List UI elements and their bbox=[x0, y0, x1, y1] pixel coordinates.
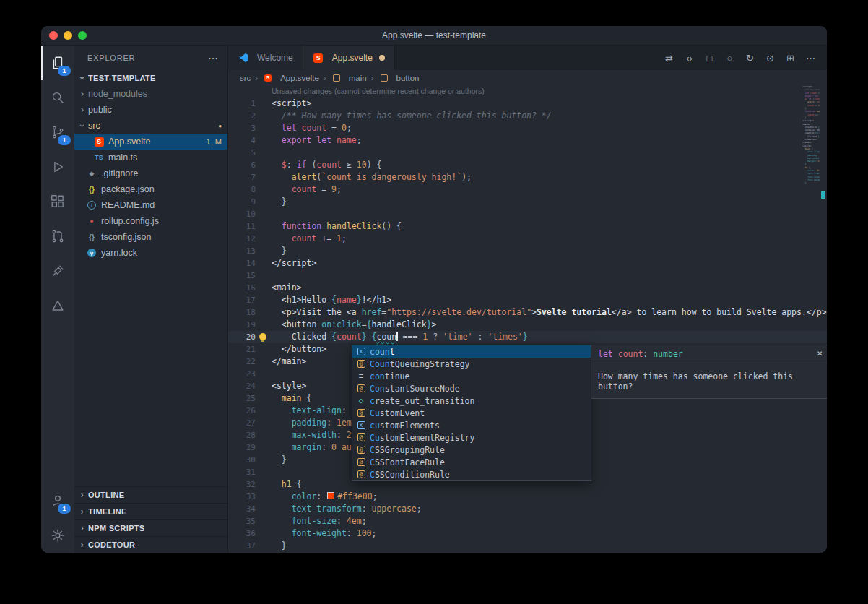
tree-item-main-ts[interactable]: TSmain.ts bbox=[74, 150, 227, 165]
line-number[interactable]: 30 bbox=[228, 454, 256, 466]
code-editor[interactable]: Unsaved changes (cannot determine recent… bbox=[228, 85, 827, 553]
tree-item-yarn-lock[interactable]: yyarn.lock bbox=[74, 245, 227, 261]
split-editor-icon[interactable]: ⊞ bbox=[781, 49, 799, 67]
tree-item-node-modules[interactable]: node_modules bbox=[74, 86, 227, 102]
suggestion-countqueuingstrategy[interactable]: CountQueuingStrategy bbox=[352, 358, 591, 370]
line-number[interactable]: 7 bbox=[228, 171, 256, 184]
line-number[interactable]: 17 bbox=[228, 294, 256, 306]
line-number[interactable]: 18 bbox=[228, 306, 256, 319]
tree-item-readme-md[interactable]: iREADME.md bbox=[74, 197, 227, 213]
open-changes-icon[interactable]: ‹› bbox=[680, 49, 698, 67]
file-history-icon[interactable]: ⊙ bbox=[761, 49, 779, 67]
tree-item--gitignore[interactable]: ◆.gitignore bbox=[74, 165, 227, 181]
activity-settings[interactable] bbox=[41, 518, 74, 553]
line-number[interactable]: 5 bbox=[228, 147, 256, 159]
zoom-button[interactable] bbox=[78, 31, 87, 40]
breadcrumb-item-main[interactable]: main bbox=[331, 74, 367, 82]
line-number[interactable]: 23 bbox=[228, 368, 256, 380]
line-number[interactable]: 24 bbox=[228, 380, 256, 392]
breadcrumb-item-src[interactable]: src bbox=[240, 74, 251, 82]
activity-extensions[interactable] bbox=[41, 184, 74, 219]
line-number[interactable]: 27 bbox=[228, 417, 256, 429]
activity-source-control[interactable]: 1 bbox=[41, 115, 74, 150]
activity-search[interactable] bbox=[41, 80, 74, 115]
suggestion-customelementregistry[interactable]: CustomElementRegistry bbox=[352, 431, 591, 444]
code-line-12[interactable]: 12count += 1; bbox=[228, 233, 827, 245]
tab-app-svelte[interactable]: SApp.svelte bbox=[303, 46, 395, 70]
code-line-9[interactable]: 9} bbox=[228, 196, 827, 208]
line-number[interactable]: 12 bbox=[228, 233, 256, 245]
more-actions-icon[interactable]: ⋯ bbox=[802, 49, 820, 67]
activity-run-and-debug[interactable] bbox=[41, 150, 74, 184]
toggle-blame-icon[interactable]: ⇄ bbox=[660, 49, 678, 67]
tree-item-tsconfig-json[interactable]: {}tsconfig.json bbox=[74, 229, 227, 245]
lightbulb-icon[interactable] bbox=[259, 333, 266, 340]
close-button[interactable] bbox=[49, 31, 58, 40]
line-number[interactable]: 11 bbox=[228, 220, 256, 233]
minimap[interactable]: <script> /** How many times has someone … bbox=[802, 85, 820, 185]
tree-item-package-json[interactable]: {}package.json bbox=[74, 181, 227, 197]
tab-welcome[interactable]: Welcome bbox=[228, 46, 303, 70]
suggestion-cssgroupingrule[interactable]: CSSGroupingRule bbox=[352, 444, 591, 456]
more-actions-icon[interactable] bbox=[208, 52, 219, 64]
activity-codetour[interactable] bbox=[41, 288, 74, 323]
previous-change-icon[interactable]: ○ bbox=[721, 49, 739, 67]
line-number[interactable]: 21 bbox=[228, 343, 256, 355]
open-preview-icon[interactable]: □ bbox=[700, 49, 719, 67]
sidebar-section-outline[interactable]: OUTLINE bbox=[74, 486, 227, 503]
line-number[interactable]: 3 bbox=[228, 122, 256, 134]
line-number[interactable]: 36 bbox=[228, 527, 256, 540]
next-change-icon[interactable]: ↻ bbox=[741, 49, 759, 67]
breadcrumb-item-app-svelte[interactable]: SApp.svelte bbox=[262, 74, 319, 82]
line-number[interactable]: 8 bbox=[228, 184, 256, 196]
suggestion-customevent[interactable]: CustomEvent bbox=[352, 407, 591, 419]
line-number[interactable]: 2 bbox=[228, 110, 256, 122]
line-number[interactable]: 35 bbox=[228, 515, 256, 527]
suggestion-continue[interactable]: ≡continue bbox=[352, 370, 591, 382]
line-number[interactable]: 32 bbox=[228, 478, 256, 491]
code-line-6[interactable]: 6$: if (count ≥ 10) { bbox=[228, 159, 827, 171]
code-line-20[interactable]: 20Clicked {count} {coun === 1 ? 'time' :… bbox=[228, 331, 827, 343]
line-number[interactable]: 26 bbox=[228, 405, 256, 417]
suggestion-cssconditionrule[interactable]: CSSConditionRule bbox=[352, 468, 591, 480]
activity-explorer[interactable]: 1 bbox=[41, 46, 74, 80]
tree-item-app-svelte[interactable]: SApp.svelte1, M bbox=[74, 134, 227, 150]
sidebar-section-timeline[interactable]: TIMELINE bbox=[74, 503, 227, 519]
line-number[interactable]: 14 bbox=[228, 257, 256, 269]
line-number[interactable]: 25 bbox=[228, 392, 256, 405]
line-number[interactable]: 28 bbox=[228, 429, 256, 441]
line-number[interactable]: 33 bbox=[228, 491, 256, 503]
line-number[interactable]: 34 bbox=[228, 503, 256, 515]
close-icon[interactable]: × bbox=[817, 348, 823, 358]
line-number[interactable]: 16 bbox=[228, 282, 256, 294]
line-number[interactable]: 6 bbox=[228, 159, 256, 171]
suggestion-customelements[interactable]: customElements bbox=[352, 419, 591, 431]
line-number[interactable]: 22 bbox=[228, 355, 256, 368]
sidebar-section-npm-scripts[interactable]: NPM SCRIPTS bbox=[74, 519, 227, 536]
breadcrumb-item-button[interactable]: button bbox=[378, 74, 420, 82]
code-line-3[interactable]: 3let count = 0; bbox=[228, 122, 827, 134]
code-line-4[interactable]: 4export let name; bbox=[228, 134, 827, 147]
tree-item-src[interactable]: src● bbox=[74, 118, 227, 134]
line-number[interactable]: 13 bbox=[228, 245, 256, 257]
code-line-35[interactable]: 35font-size: 4em; bbox=[228, 515, 827, 527]
code-line-37[interactable]: 37} bbox=[228, 540, 827, 552]
suggestion-create-out-transition[interactable]: ◇create_out_transition bbox=[352, 394, 591, 407]
code-line-1[interactable]: 1<script> bbox=[228, 98, 827, 110]
code-line-5[interactable]: 5 bbox=[228, 147, 827, 159]
line-number[interactable]: 1 bbox=[228, 98, 256, 110]
line-number[interactable]: 9 bbox=[228, 196, 256, 208]
code-line-13[interactable]: 13} bbox=[228, 245, 827, 257]
suggestion-constantsourcenode[interactable]: ConstantSourceNode bbox=[352, 382, 591, 394]
code-line-34[interactable]: 34text-transform: uppercase; bbox=[228, 503, 827, 515]
line-number[interactable]: 31 bbox=[228, 466, 256, 478]
workspace-header[interactable]: TEST-TEMPLATE bbox=[74, 70, 227, 86]
activity-github-pull-requests[interactable] bbox=[41, 219, 74, 254]
line-number[interactable]: 19 bbox=[228, 319, 256, 331]
suggestion-count[interactable]: count bbox=[352, 345, 591, 358]
minimize-button[interactable] bbox=[64, 31, 72, 40]
activity-remote-explorer[interactable] bbox=[41, 254, 74, 288]
code-line-17[interactable]: 17<h1>Hello {name}!</h1> bbox=[228, 294, 827, 306]
code-line-15[interactable]: 15 bbox=[228, 269, 827, 282]
tree-item-rollup-config-js[interactable]: ●rollup.config.js bbox=[74, 213, 227, 229]
